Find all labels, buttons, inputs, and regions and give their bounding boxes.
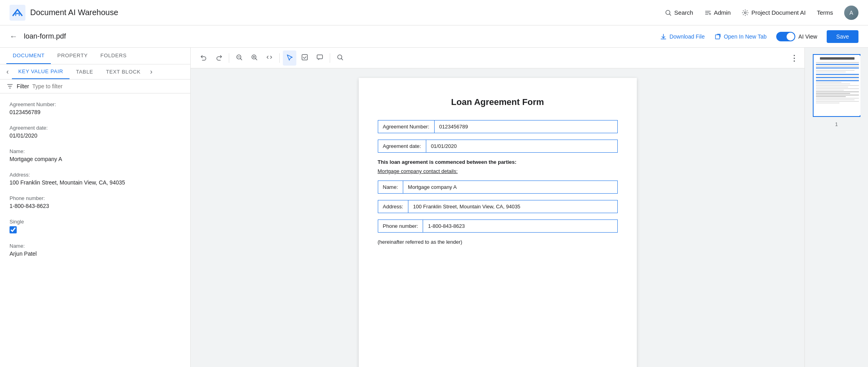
back-button[interactable]: ←	[10, 32, 17, 41]
gear-icon	[742, 9, 749, 16]
nav-right: Search Admin Project Document AI Terms A	[665, 6, 858, 20]
toolbar-sep-3	[330, 53, 330, 63]
admin-nav-item[interactable]: Admin	[704, 9, 731, 16]
toggle-knob	[787, 33, 795, 41]
doc-intro-bold: This loan agreement is commenced between…	[378, 159, 618, 165]
avatar[interactable]: A	[844, 6, 858, 20]
project-nav-item[interactable]: Project Document AI	[742, 9, 806, 16]
open-new-tab-button[interactable]: Open In New Tab	[714, 33, 767, 40]
sub-tab-key-value-pair[interactable]: KEY VALUE PAIR	[12, 64, 70, 79]
toolbar-more-button[interactable]: ⋮	[790, 53, 798, 63]
tab-folders[interactable]: FOLDERS	[94, 48, 133, 64]
svg-rect-4	[705, 11, 711, 12]
sub-tab-table[interactable]: TABLE	[70, 65, 99, 79]
field-label-agreement-date: Agreement date:	[378, 140, 426, 152]
kv-key-agreement-date: Agreement date:	[10, 125, 181, 131]
kv-value-agreement-number: 0123456789	[10, 109, 181, 115]
zoom-in-button[interactable]	[247, 50, 261, 66]
filter-input[interactable]	[32, 83, 184, 89]
search-label: Search	[674, 9, 693, 16]
field-row-phone: Phone number: 1-800-843-8623	[378, 219, 618, 233]
select-button[interactable]	[283, 50, 296, 66]
sub-tab-text-block[interactable]: TEXT BLOCK	[100, 65, 147, 79]
field-row-agreement-number: Agreement Number: 0123456789	[378, 120, 618, 133]
kv-item-agreement-date: Agreement date: 01/01/2020	[0, 120, 190, 144]
kv-key-name-person: Name:	[10, 243, 181, 249]
file-actions: Download File Open In New Tab AI View Sa…	[660, 30, 858, 43]
search-icon	[665, 9, 672, 16]
single-checkbox[interactable]	[10, 226, 17, 233]
comment-button[interactable]	[313, 50, 327, 66]
kv-value-name-company: Mortgage company A	[10, 156, 181, 162]
kv-value-phone: 1-800-843-8623	[10, 203, 181, 209]
doc-fields-section: Agreement Number: 0123456789 Agreement d…	[378, 120, 618, 153]
svg-point-7	[709, 13, 711, 15]
main-layout: DOCUMENT PROPERTY FOLDERS ‹ KEY VALUE PA…	[0, 48, 868, 367]
undo-button[interactable]	[197, 50, 211, 66]
select-icon	[286, 54, 293, 61]
redo-button[interactable]	[212, 50, 226, 66]
sub-tabs: ‹ KEY VALUE PAIR TABLE TEXT BLOCK ›	[0, 64, 190, 80]
zoom-out-icon	[236, 54, 243, 61]
filter-bar: Filter	[0, 80, 190, 93]
download-file-button[interactable]: Download File	[660, 33, 705, 40]
app-title: Document AI Warehouse	[30, 8, 118, 17]
tab-document[interactable]: DOCUMENT	[6, 48, 51, 64]
file-header: ← loan-form.pdf Download File Open In Ne…	[0, 25, 868, 48]
open-new-tab-label: Open In New Tab	[724, 33, 767, 40]
field-row-address: Address: 100 Franklin Street, Mountain V…	[378, 200, 618, 213]
save-button[interactable]: Save	[827, 30, 858, 43]
tab-property[interactable]: PROPERTY	[51, 48, 94, 64]
kv-value-address: 100 Franklin Street, Mountain View, CA, …	[10, 179, 181, 186]
kv-key-address: Address:	[10, 172, 181, 178]
sub-tab-next-button[interactable]: ›	[147, 64, 156, 79]
kv-key-agreement-number: Agreement Number:	[10, 101, 181, 107]
thumbnail-container[interactable]	[813, 54, 860, 117]
download-icon	[660, 33, 667, 40]
svg-rect-12	[302, 54, 307, 60]
redo-icon	[215, 54, 222, 61]
terms-nav-item[interactable]: Terms	[817, 9, 833, 16]
filter-label: Filter	[17, 83, 29, 89]
thumbnail-page	[814, 56, 860, 115]
kv-item-name-person: Name: Arjun Patel	[0, 238, 190, 262]
kv-list: Agreement Number: 0123456789 Agreement d…	[0, 93, 190, 367]
admin-icon	[704, 9, 711, 16]
doc-viewer: Loan Agreement Form Agreement Number: 01…	[191, 68, 804, 367]
field-value-agreement-date: 01/01/2020	[426, 140, 617, 152]
svg-rect-13	[317, 55, 323, 59]
ai-view-toggle[interactable]: AI View	[776, 32, 817, 41]
undo-icon	[200, 54, 207, 61]
field-value-name: Mortgage company A	[403, 181, 617, 193]
field-label-address: Address:	[378, 200, 408, 213]
svg-rect-9	[715, 35, 720, 39]
download-label: Download File	[669, 33, 705, 40]
search-nav-item[interactable]: Search	[665, 9, 693, 16]
project-label: Project Document AI	[751, 9, 806, 16]
admin-label: Admin	[714, 9, 731, 16]
kv-item-address: Address: 100 Franklin Street, Mountain V…	[0, 167, 190, 190]
kv-value-agreement-date: 01/01/2020	[10, 132, 181, 139]
kv-key-name-company: Name:	[10, 148, 181, 154]
kv-key-single: Single	[10, 219, 181, 225]
search-doc-icon	[336, 54, 344, 61]
search-doc-button[interactable]	[333, 50, 347, 66]
code-view-button[interactable]	[263, 50, 276, 66]
center-area: ⋮ Loan Agreement Form Agreement Number: …	[191, 48, 804, 367]
field-row-agreement-date: Agreement date: 01/01/2020	[378, 140, 618, 153]
checkbox-button[interactable]	[298, 50, 311, 66]
top-nav: Document AI Warehouse Search Admin Pr	[0, 0, 868, 25]
doc-intro-underline: Mortgage company contact details:	[378, 168, 618, 174]
field-value-address: 100 Franklin Street, Mountain View, CA, …	[408, 200, 617, 213]
left-panel: DOCUMENT PROPERTY FOLDERS ‹ KEY VALUE PA…	[0, 48, 191, 367]
zoom-out-button[interactable]	[232, 50, 246, 66]
ai-view-switch[interactable]	[776, 32, 795, 41]
svg-point-8	[744, 12, 746, 14]
file-name: loan-form.pdf	[24, 32, 660, 41]
doc-intro-section: This loan agreement is commenced between…	[378, 159, 618, 174]
sub-tab-prev-button[interactable]: ‹	[3, 64, 12, 79]
field-label-phone: Phone number:	[378, 220, 423, 232]
kv-item-agreement-number: Agreement Number: 0123456789	[0, 97, 190, 120]
thumbnail-page-number: 1	[835, 122, 838, 127]
filter-icon	[6, 83, 14, 90]
